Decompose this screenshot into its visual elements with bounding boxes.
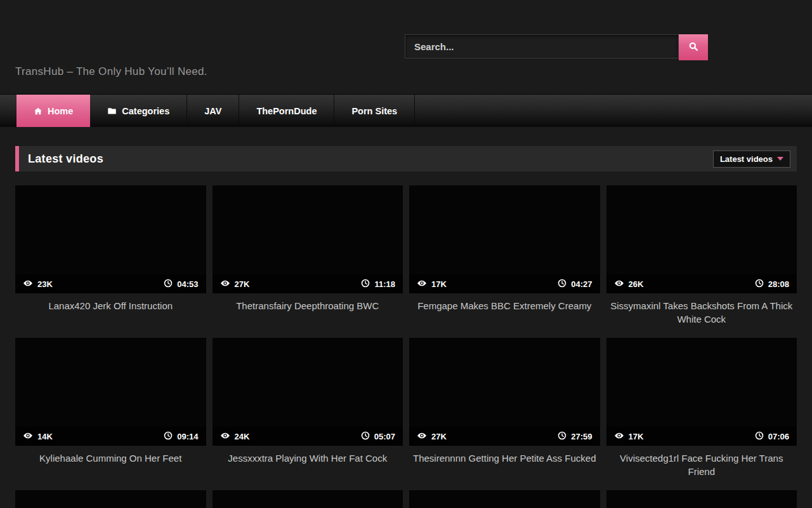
section-header: Latest videos Latest videos: [15, 146, 797, 171]
video-duration: 05:07: [374, 432, 395, 441]
nav-tab-home[interactable]: Home: [16, 95, 90, 127]
video-title[interactable]: Femgape Makes BBC Extremely Creamy: [409, 299, 600, 312]
eye-icon: [220, 278, 230, 290]
main-nav: Home Categories JAV ThePornDude Porn Sit…: [0, 94, 812, 127]
eye-icon: [417, 431, 427, 443]
video-thumbnail[interactable]: 14K 09:14: [15, 338, 206, 446]
video-card[interactable]: 27K 27:59 Thesirennnn Getting Her Petite…: [409, 338, 600, 490]
video-stats: 23K 04:53: [15, 274, 206, 293]
video-title[interactable]: Sissymaxinl Takes Backshots From A Thick…: [606, 299, 797, 326]
video-card[interactable]: 17K 04:27 Femgape Makes BBC Extremely Cr…: [409, 185, 600, 338]
view-count: 27K: [431, 432, 447, 441]
eye-icon: [23, 431, 33, 443]
video-thumbnail[interactable]: 27K 11:18: [213, 185, 403, 293]
video-thumbnail[interactable]: 23K 04:53: [15, 185, 206, 293]
clock-icon: [361, 431, 370, 442]
video-stats: 26K 28:08: [606, 274, 797, 293]
nav-tab-categories[interactable]: Categories: [90, 95, 187, 127]
video-stats: 27K 27:59: [409, 427, 600, 446]
video-card[interactable]: 14K 09:14 Kyliehaale Cumming On Her Feet: [15, 338, 206, 490]
video-title[interactable]: Lanax420 Jerk Off Instruction: [15, 299, 206, 312]
video-title[interactable]: Kyliehaale Cumming On Her Feet: [15, 451, 206, 465]
sort-dropdown[interactable]: Latest videos: [713, 150, 790, 168]
section-title: Latest videos: [28, 152, 103, 166]
video-thumbnail[interactable]: [409, 490, 600, 508]
search-form: [405, 34, 708, 60]
video-title[interactable]: Thesirennnn Getting Her Petite Ass Fucke…: [409, 451, 600, 465]
video-card[interactable]: 27K 11:18 Thetransfairy Deepthroating BW…: [213, 185, 403, 338]
video-grid: 23K 04:53 Lanax420 Jerk Off Instruction: [15, 185, 797, 508]
video-card[interactable]: [606, 490, 797, 508]
clock-icon: [558, 431, 566, 442]
video-thumbnail[interactable]: 17K 07:06: [606, 338, 797, 446]
view-count: 26K: [629, 279, 644, 289]
clock-icon: [164, 279, 173, 290]
video-stats: 17K 04:27: [409, 274, 600, 293]
eye-icon: [417, 278, 427, 290]
nav-tab-label: JAV: [204, 106, 221, 116]
magnifier-icon: [688, 41, 699, 54]
eye-icon: [220, 431, 230, 443]
video-card[interactable]: 23K 04:53 Lanax420 Jerk Off Instruction: [15, 185, 206, 338]
nav-tab-theporndude[interactable]: ThePornDude: [239, 95, 334, 127]
video-thumbnail[interactable]: 26K 28:08: [606, 185, 797, 293]
video-title[interactable]: Jessxxxtra Playing With Her Fat Cock: [213, 451, 403, 465]
video-card[interactable]: [213, 490, 403, 508]
video-stats: 17K 07:06: [606, 427, 797, 446]
video-duration: 04:53: [177, 279, 198, 289]
view-count: 14K: [37, 432, 53, 441]
view-count: 23K: [37, 279, 53, 289]
video-thumbnail[interactable]: [213, 490, 403, 508]
view-count: 24K: [235, 432, 250, 441]
video-duration: 04:27: [571, 279, 592, 289]
video-duration: 11:18: [374, 279, 395, 289]
nav-tab-jav[interactable]: JAV: [187, 95, 239, 127]
search-button[interactable]: [679, 34, 708, 60]
video-stats: 27K 11:18: [213, 274, 403, 293]
nav-tab-label: Categories: [122, 106, 169, 116]
video-card[interactable]: 26K 28:08 Sissymaxinl Takes Backshots Fr…: [606, 185, 797, 338]
video-card[interactable]: 24K 05:07 Jessxxxtra Playing With Her Fa…: [213, 338, 403, 490]
video-thumbnail[interactable]: 27K 27:59: [409, 338, 600, 446]
video-thumbnail[interactable]: [15, 490, 206, 508]
sort-dropdown-label: Latest videos: [720, 154, 773, 164]
video-title[interactable]: Thetransfairy Deepthroating BWC: [213, 299, 403, 312]
site-header: TransHub – The Only Hub You’ll Need.: [0, 0, 812, 94]
video-stats: 24K 05:07: [213, 427, 403, 446]
eye-icon: [614, 278, 624, 290]
video-duration: 07:06: [768, 432, 789, 441]
video-stats: 14K 09:14: [15, 427, 206, 446]
clock-icon: [361, 279, 370, 290]
video-duration: 28:08: [768, 279, 789, 289]
view-count: 27K: [235, 279, 250, 289]
nav-tab-label: Porn Sites: [351, 106, 397, 116]
nav-tab-porn-sites[interactable]: Porn Sites: [334, 95, 415, 127]
folder-icon: [107, 106, 117, 116]
video-title[interactable]: Vivisectedg1rl Face Fucking Her Trans Fr…: [606, 451, 797, 478]
clock-icon: [755, 431, 764, 442]
site-tagline: TransHub – The Only Hub You’ll Need.: [15, 65, 207, 78]
clock-icon: [164, 431, 173, 442]
video-thumbnail[interactable]: [606, 490, 797, 508]
video-card[interactable]: [409, 490, 600, 508]
home-icon: [34, 107, 43, 116]
eye-icon: [23, 278, 33, 290]
video-duration: 27:59: [571, 432, 592, 441]
view-count: 17K: [431, 279, 447, 289]
video-card[interactable]: [15, 490, 206, 508]
view-count: 17K: [629, 432, 644, 441]
clock-icon: [558, 279, 566, 290]
video-thumbnail[interactable]: 24K 05:07: [213, 338, 403, 446]
video-card[interactable]: 17K 07:06 Vivisectedg1rl Face Fucking He…: [606, 338, 797, 490]
video-duration: 09:14: [177, 432, 198, 441]
eye-icon: [614, 431, 624, 443]
nav-tab-label: Home: [48, 106, 73, 116]
nav-tab-label: ThePornDude: [256, 106, 317, 116]
video-thumbnail[interactable]: 17K 04:27: [409, 185, 600, 293]
search-input[interactable]: [405, 34, 679, 58]
caret-down-icon: [777, 157, 783, 161]
main-content: Latest videos Latest videos 23K 04:53: [0, 146, 812, 508]
clock-icon: [755, 279, 764, 290]
